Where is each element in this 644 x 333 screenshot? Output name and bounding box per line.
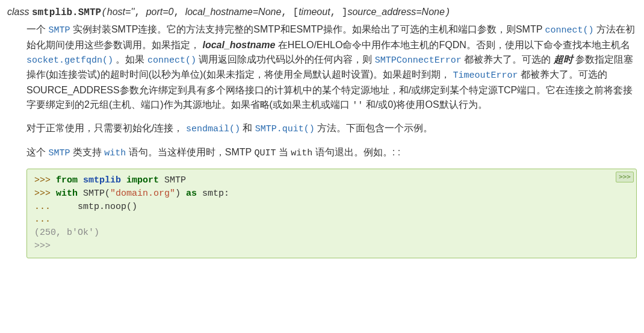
code-string: "domain.org" <box>110 188 175 199</box>
sig-param-timeout: timeout <box>299 7 330 17</box>
sig-comma: , <box>281 7 293 18</box>
code-keyword-import: import <box>126 175 159 185</box>
text: 在HELO/EHLO命令中用作本地主机的FQDN。否则，使用以下命令查找本地主机… <box>275 40 630 50</box>
paragraph-3: 这个 SMTP 类支持 with 语句。当这样使用时，SMTP QUIT 当 w… <box>26 145 637 161</box>
code-prompt: >>> <box>34 188 56 199</box>
em-local-hostname: local_hostname <box>202 40 275 50</box>
link-smtpconnecterror[interactable]: SMTPConnectError <box>375 55 462 66</box>
text: 当 <box>276 147 291 157</box>
code-text <box>78 175 83 185</box>
code-example: >>>>>> from smtplib import SMTP >>> with… <box>26 169 637 258</box>
sig-comma: , <box>330 7 342 18</box>
text: 类支持 <box>70 147 104 157</box>
text: 对于正常使用，只需要初始化/连接， <box>26 123 186 133</box>
literal-with: with <box>291 148 312 158</box>
link-with[interactable]: with <box>104 148 126 158</box>
sig-comma: , <box>134 7 146 18</box>
sig-rbracket: ] <box>342 7 348 18</box>
paragraph-1: 一个 SMTP 实例封装SMTP连接。它的方法支持完整的SMTP和ESMTP操作… <box>26 22 637 113</box>
text: 语句退出。例如。: : <box>312 147 400 157</box>
text: 一个 <box>26 24 48 34</box>
link-timeouterror[interactable]: TimeoutError <box>453 70 518 81</box>
sig-close-paren: ) <box>445 7 451 18</box>
code-cont-prompt: ... <box>34 214 51 225</box>
code-text: SMTP <box>159 175 186 185</box>
text: 和/或0)将使用OS默认行为。 <box>363 99 487 110</box>
text: 这个 <box>26 147 48 157</box>
code-output-prompt: >>> <box>34 241 51 251</box>
sig-param-port: port=0 <box>146 7 174 17</box>
link-smtp-2[interactable]: SMTP <box>48 148 70 158</box>
literal-empty-string: '' <box>352 101 363 111</box>
sig-lbracket: [ <box>293 7 299 18</box>
description: 一个 SMTP 实例封装SMTP连接。它的方法支持完整的SMTP和ESMTP操作… <box>26 22 637 258</box>
sig-param-host: host='' <box>107 7 135 17</box>
code-keyword-as: as <box>186 188 197 199</box>
text: 。如果 <box>113 54 147 64</box>
link-connect-2[interactable]: connect() <box>147 55 196 66</box>
link-sendmail[interactable]: sendmail() <box>186 124 240 134</box>
text: 和 <box>240 123 255 133</box>
code-prompt: >>> <box>34 175 56 185</box>
link-smtp-quit[interactable]: SMTP.quit() <box>255 124 315 134</box>
sig-module: smtplib. <box>32 7 78 18</box>
code-output: (250, b'Ok') <box>34 228 99 238</box>
text: 方法。下面包含一个示例。 <box>315 123 433 133</box>
sig-class-keyword: class <box>7 7 32 17</box>
link-getfqdn[interactable]: socket.getfqdn() <box>26 55 113 66</box>
code-keyword-from: from <box>56 175 78 185</box>
literal-quit: QUIT <box>254 148 276 158</box>
code-text: smtp: <box>197 188 229 199</box>
code-text <box>121 175 126 185</box>
link-smtp[interactable]: SMTP <box>48 25 70 36</box>
sig-param-source-address: source_address=None <box>347 7 444 17</box>
text: 调用返回除成功代码以外的任何内容，则 <box>196 54 375 64</box>
class-signature: class smtplib.SMTP(host='', port=0, loca… <box>7 5 637 20</box>
sig-param-local-hostname: local_hostname=None <box>185 7 282 17</box>
code-cont-prompt: ... <box>34 202 56 212</box>
text: 都被养大了。可选的 <box>462 54 554 64</box>
sig-comma: , <box>173 7 185 18</box>
paragraph-2: 对于正常使用，只需要初始化/连接， sendmail() 和 SMTP.quit… <box>26 121 637 137</box>
code-keyword-with: with <box>56 188 78 199</box>
code-text: smtp.noop() <box>56 202 137 212</box>
text: 语句。当这样使用时，SMTP <box>126 147 254 157</box>
code-module: smtplib <box>83 175 121 185</box>
code-text: SMTP( <box>78 188 110 199</box>
link-connect[interactable]: connect() <box>545 25 594 36</box>
copy-button[interactable]: >>> <box>616 172 634 182</box>
text: 实例封装SMTP连接。它的方法支持完整的SMTP和ESMTP操作。如果给出了可选… <box>70 24 545 34</box>
sig-open-paren: ( <box>101 7 107 18</box>
sig-classname: SMTP <box>78 7 101 18</box>
code-text: ) <box>175 188 186 199</box>
em-timeout: 超时 <box>554 54 573 64</box>
